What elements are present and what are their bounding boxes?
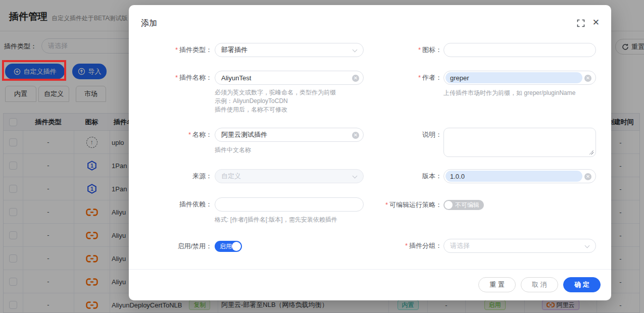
field-label-enabled: 启用/禁用：	[149, 239, 212, 253]
dependency-helper: 格式: [作者/]插件名[:版本]，需先安装依赖插件	[215, 216, 337, 224]
clear-icon[interactable]: ✕	[584, 75, 591, 82]
author-input[interactable]: greper ✕	[443, 71, 596, 85]
field-label-description: 说明：	[359, 128, 442, 142]
clear-icon[interactable]: ✕	[352, 132, 359, 139]
name-input[interactable]: 阿里云测试插件 ✕	[215, 128, 364, 142]
dependency-input[interactable]	[215, 197, 364, 212]
field-label-icon: *图标：	[359, 43, 442, 57]
author-autofill-highlight: greper	[445, 72, 582, 83]
field-label-group: *插件分组：	[359, 239, 442, 253]
source-select: 自定义	[215, 169, 364, 183]
footer-divider	[129, 269, 611, 270]
description-textarea[interactable]	[443, 128, 596, 157]
field-label-editable-policy: *可编辑运行策略：	[351, 198, 442, 212]
plugin-name-input[interactable]: AliyunTest ✕	[215, 71, 364, 85]
version-autofill-highlight: 1.0.0	[445, 171, 582, 182]
resize-handle-icon[interactable]	[589, 150, 593, 154]
field-label-plugin-name: *插件名称：	[149, 71, 212, 85]
clear-icon[interactable]: ✕	[584, 173, 591, 180]
plugin-name-helper: 必须为英文或数字，驼峰命名，类型作为前缀 示例：AliyunDeployToCD…	[215, 88, 336, 114]
chevron-down-icon	[585, 243, 590, 248]
plugin-type-select[interactable]: 部署插件	[215, 43, 364, 57]
fullscreen-icon[interactable]	[577, 19, 585, 27]
field-label-author: *作者：	[359, 71, 442, 85]
version-input[interactable]: 1.0.0 ✕	[443, 169, 596, 183]
toggle-knob	[232, 242, 241, 251]
close-icon[interactable]: ✕	[592, 18, 600, 28]
toggle-knob	[444, 201, 453, 209]
chevron-down-icon	[353, 174, 358, 179]
field-label-name: *名称：	[149, 128, 212, 142]
enabled-toggle[interactable]: 启用	[215, 241, 242, 252]
modal-confirm-button[interactable]: 确 定	[563, 277, 601, 292]
clear-icon[interactable]: ✕	[352, 75, 359, 82]
plugin-group-select[interactable]: 请选择	[443, 239, 596, 253]
icon-input[interactable]	[443, 43, 596, 57]
field-label-plugin-type: *插件类型：	[149, 43, 212, 57]
annotation-highlight-box	[2, 60, 66, 81]
add-plugin-modal: 添加 ✕ *插件类型： 部署插件 *图标： *插件名称： AliyunTest …	[129, 5, 611, 300]
author-helper: 上传插件市场时作为前缀，如 greper/pluginName	[443, 89, 575, 97]
chevron-down-icon	[353, 47, 358, 53]
modal-cancel-button[interactable]: 取 消	[521, 277, 558, 292]
name-helper: 插件中文名称	[215, 146, 251, 154]
editable-policy-toggle[interactable]: 不可编辑	[443, 200, 484, 210]
field-label-source: 来源：	[149, 169, 212, 183]
modal-title: 添加	[141, 18, 157, 29]
field-label-version: 版本：	[359, 169, 442, 183]
modal-reset-button[interactable]: 重 置	[478, 277, 516, 292]
field-label-dependency: 插件依赖：	[149, 197, 212, 212]
